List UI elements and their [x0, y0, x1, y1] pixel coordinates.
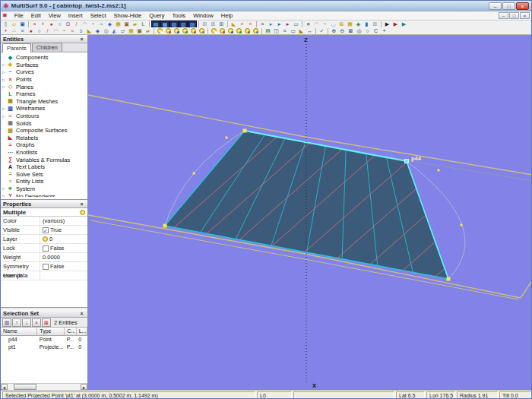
rotate-view-button[interactable]: C	[372, 27, 380, 34]
menu-item-help[interactable]: Help	[217, 12, 236, 19]
tree-item-knotlists[interactable]: ⋯Knotlists	[1, 149, 87, 157]
checkbox[interactable]	[43, 245, 49, 252]
entities-close-icon[interactable]: ×	[78, 36, 85, 42]
drag-arc-button[interactable]: ◠	[312, 21, 321, 27]
control-point-marker[interactable]	[243, 129, 247, 133]
move-down-button[interactable]: ↓	[22, 318, 31, 327]
beam-tool-button[interactable]: ▮	[363, 21, 371, 27]
pick-point-button[interactable]: ▸	[267, 21, 275, 27]
scroll-left-button[interactable]: ◄	[1, 384, 8, 390]
blank-entity-button[interactable]: ■	[304, 21, 312, 27]
surface-tool-button[interactable]: ◈	[106, 21, 114, 27]
tree-item-planes[interactable]: ▷◇Planes	[1, 83, 87, 90]
table-row-p44[interactable]: p44PointP...0	[1, 335, 87, 343]
cursor-select-button[interactable]: ▶	[383, 21, 391, 27]
minimize-button[interactable]: –	[489, 2, 502, 10]
hide-solids-button[interactable]	[243, 27, 252, 34]
offset-right-button[interactable]: »	[246, 21, 255, 27]
insert-bcurve-button[interactable]: ~	[60, 27, 68, 34]
frame-tool-button[interactable]: L	[139, 21, 147, 27]
menu-item-edit[interactable]: Edit	[27, 12, 45, 19]
crop-view-button[interactable]: ▭	[289, 27, 297, 34]
zoom-in-button[interactable]: ⊕	[330, 27, 338, 34]
expand-arrow-icon[interactable]: ▷	[1, 70, 7, 74]
cursor-add-button[interactable]: ▶	[391, 21, 400, 27]
maximize-button[interactable]: □	[502, 2, 515, 10]
view-wireframe-button[interactable]: ▤	[151, 21, 160, 27]
measure-button[interactable]: ◣	[230, 21, 238, 27]
show-all-button[interactable]	[156, 27, 164, 34]
menu-item-show-hide[interactable]: Show-Hide	[109, 12, 145, 19]
mesh-tool-button[interactable]: ▦	[114, 21, 122, 27]
stack-views-button[interactable]: ≡	[280, 27, 289, 34]
clear-selection-button[interactable]: ⊠	[42, 318, 51, 327]
property-value[interactable]: ✓True	[40, 226, 87, 233]
point-snap-button[interactable]: ⊞	[209, 21, 217, 27]
drag-curve-button[interactable]: ~	[321, 21, 329, 27]
curve-tool-button[interactable]: ~	[89, 21, 97, 27]
doc-minimize-button[interactable]: –	[499, 12, 508, 19]
show-solids-button[interactable]	[189, 27, 198, 34]
expand-arrow-icon[interactable]: ▷	[1, 84, 7, 89]
doc-close-button[interactable]: ×	[520, 12, 530, 19]
insert-relcurve-button[interactable]: ◣	[85, 27, 93, 34]
tree-item-wireframes[interactable]: ▷▨Wireframes	[1, 105, 87, 112]
menu-item-query[interactable]: Query	[145, 12, 168, 19]
tree-item-curves[interactable]: ▷~Curves	[1, 68, 87, 76]
curve-point-marker[interactable]	[225, 136, 227, 138]
curve-point-marker[interactable]	[437, 169, 439, 171]
note-button[interactable]: ▭	[292, 21, 300, 27]
column-header-c[interactable]: C...	[65, 328, 77, 335]
flag-view-button[interactable]: ◣	[297, 27, 306, 34]
show-points-button[interactable]	[164, 27, 173, 34]
insert-ruled-button[interactable]: ▱	[119, 27, 127, 34]
column-header-type[interactable]: Type	[37, 328, 65, 335]
insert-point-button[interactable]: +	[2, 27, 10, 34]
insert-snake-button[interactable]: s	[77, 27, 85, 34]
magnet-tool-button[interactable]: Ω	[64, 21, 72, 27]
table-row-pt1[interactable]: pt1Projecte...P...0	[1, 343, 87, 350]
columns-button[interactable]: ▥	[2, 318, 11, 327]
hide-surfaces-button[interactable]	[235, 27, 243, 34]
line-tool-button[interactable]: /	[72, 21, 81, 27]
insert-solid-button[interactable]: ▣	[135, 27, 144, 34]
tree-item-system[interactable]: ▷∗System	[1, 185, 87, 193]
checkbox[interactable]	[43, 264, 49, 270]
tree-item-triangle-meshes[interactable]: ▦Triangle Meshes	[1, 98, 87, 106]
solid-tool-button[interactable]: ▣	[122, 21, 131, 27]
control-point-marker[interactable]	[163, 224, 167, 228]
tree-item-surfaces[interactable]: ▷◈Surfaces	[1, 62, 87, 69]
show-curves-button[interactable]	[173, 27, 181, 34]
insert-surface-button[interactable]: ◈	[93, 27, 102, 34]
show-surfaces-button[interactable]	[181, 27, 189, 34]
tab-children[interactable]: Children	[32, 43, 62, 52]
zoom-window-button[interactable]: ⊠	[347, 27, 355, 34]
expand-arrow-icon[interactable]: ▷	[1, 78, 7, 82]
curve-point-marker[interactable]	[460, 223, 462, 226]
menu-item-insert[interactable]: Insert	[65, 12, 87, 19]
insert-projected-point-button[interactable]: ∴	[10, 27, 18, 34]
offset-left-button[interactable]: «	[238, 21, 246, 27]
insert-intersection-button[interactable]: ×	[18, 27, 27, 34]
new-file-button[interactable]: ▯	[2, 21, 10, 27]
hide-points-button[interactable]	[218, 27, 226, 34]
mesh-edit-button[interactable]: ▦	[346, 21, 354, 27]
menu-item-window[interactable]: Window	[189, 12, 217, 19]
export-view-button[interactable]: ▤	[264, 27, 272, 34]
tree-item-graphs[interactable]: ≈Graphs	[1, 141, 87, 149]
layer-bulb-icon[interactable]	[43, 236, 48, 242]
pen-check-button[interactable]: ✓	[318, 27, 326, 34]
menu-item-select[interactable]: Select	[87, 12, 110, 19]
property-value[interactable]: 0.0000	[40, 254, 87, 261]
bead-tool-button[interactable]: ●	[47, 21, 55, 27]
expand-arrow-icon[interactable]: ▷	[1, 194, 7, 197]
hide-all-button[interactable]	[210, 27, 218, 34]
curve-point-marker[interactable]	[192, 172, 195, 174]
erase-pick-button[interactable]: ×	[258, 21, 267, 27]
hide-labels-button[interactable]	[252, 27, 260, 34]
insert-arc-button[interactable]: ◠	[52, 27, 60, 34]
property-value[interactable]: 0	[40, 236, 87, 242]
column-header-name[interactable]: Name	[1, 328, 37, 335]
ring-tool-button[interactable]: ○	[55, 21, 64, 27]
plane-tool-button[interactable]: ▰	[131, 21, 139, 27]
